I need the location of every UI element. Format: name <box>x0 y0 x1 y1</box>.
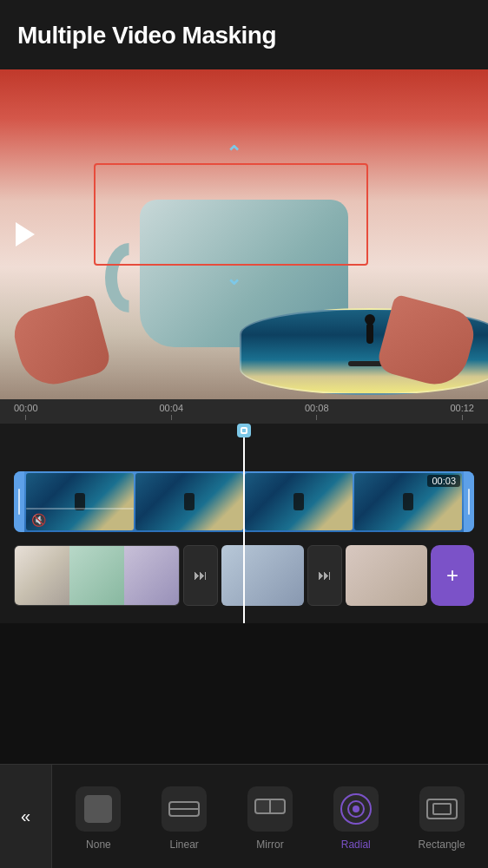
clip-handle-right[interactable] <box>464 471 474 532</box>
main-thumb-1 <box>15 546 69 605</box>
playhead-handle[interactable] <box>237 424 251 437</box>
main-clip[interactable] <box>14 545 180 606</box>
main-thumb-3 <box>124 546 179 605</box>
ruler-mark-0: 00:00 <box>14 403 38 420</box>
clip-handle-left[interactable] <box>14 471 24 532</box>
audio-icon: 🔇 <box>31 513 46 527</box>
ruler-tick <box>462 415 463 420</box>
mirror-icon-box-inner <box>254 799 286 814</box>
right-clip[interactable] <box>221 545 304 606</box>
rectangle-icon-box <box>419 786 465 832</box>
mask-option-radial[interactable]: Radial <box>326 786 386 851</box>
surfer-body <box>366 323 373 344</box>
video-preview: ⌃ ⌄ <box>0 69 488 399</box>
mask-option-rectangle[interactable]: Rectangle <box>412 786 472 851</box>
radial-icon <box>340 793 372 825</box>
timeline-area: 00:03 🔇 ⏭ ⏭ + <box>0 424 488 623</box>
rectangle-label: Rectangle <box>419 838 465 851</box>
mask-option-linear[interactable]: Linear <box>154 786 214 851</box>
add-clip-button[interactable]: + <box>431 545 474 606</box>
page-title: Multiple Video Masking <box>17 22 276 49</box>
linear-icon-inner <box>168 801 200 817</box>
linear-label: Linear <box>170 838 199 851</box>
radial-inner-ring <box>347 800 365 818</box>
linear-line <box>170 808 198 810</box>
playhead-icon <box>241 427 247 434</box>
rect-inner <box>432 803 452 815</box>
mirror-icon <box>254 799 286 819</box>
rect-outer <box>426 799 458 819</box>
mask-option-mirror[interactable]: Mirror <box>240 786 300 851</box>
clip-duration-badge: 00:03 <box>427 475 460 487</box>
mirror-half-right <box>271 800 284 812</box>
ruler-tick <box>25 415 26 420</box>
clip-thumb-3 <box>245 473 353 530</box>
radial-label: Radial <box>341 838 371 851</box>
main-thumb-2 <box>69 546 124 605</box>
arrow-up-icon[interactable]: ⌃ <box>226 142 241 165</box>
thumb-surfer-3 <box>293 493 304 510</box>
plus-icon: + <box>446 565 458 586</box>
mirror-half-left <box>256 800 269 812</box>
mirror-icon-box <box>247 786 293 832</box>
none-icon-box <box>76 786 121 832</box>
thumb-surfer-4 <box>403 493 413 510</box>
linear-icon-box <box>162 786 207 832</box>
mug-area <box>105 174 383 347</box>
arrow-down-icon[interactable]: ⌄ <box>226 267 241 290</box>
radial-icon-box <box>333 786 379 832</box>
playhead[interactable] <box>243 424 245 623</box>
bottom-toolbar: « None Linear <box>0 764 488 868</box>
right-clip-2[interactable] <box>346 545 428 606</box>
back-chevron-icon: « <box>21 806 30 826</box>
mug-body <box>140 200 348 347</box>
mask-options: None Linear <box>52 765 488 868</box>
timeline-ruler: 00:00 00:04 00:08 00:12 <box>0 399 488 424</box>
none-label: None <box>86 838 111 851</box>
linear-icon <box>168 799 200 819</box>
skip-icon-2: ⏭ <box>318 568 332 583</box>
ruler-mark-3: 00:12 <box>450 403 474 420</box>
ruler-tick <box>316 415 317 420</box>
play-button[interactable] <box>16 222 35 247</box>
ruler-marks: 00:00 00:04 00:08 00:12 <box>14 403 474 420</box>
handle-line-right <box>468 489 470 515</box>
rectangle-icon <box>426 797 458 821</box>
mask-option-none[interactable]: None <box>68 786 129 851</box>
header: Multiple Video Masking <box>0 0 488 69</box>
ruler-tick <box>171 415 172 420</box>
wave-1 <box>26 508 134 510</box>
ruler-mark-2: 00:08 <box>305 403 329 420</box>
thumb-surfer-2 <box>184 493 195 510</box>
mirror-label: Mirror <box>256 838 283 851</box>
none-icon <box>84 795 112 823</box>
skip-forward-button[interactable]: ⏭ <box>183 545 218 606</box>
skip-icon: ⏭ <box>194 568 208 583</box>
skip-forward-button-2[interactable]: ⏭ <box>307 545 342 606</box>
ruler-mark-1: 00:04 <box>159 403 183 420</box>
handle-line <box>18 489 20 515</box>
clip-thumb-2 <box>135 473 243 530</box>
back-button[interactable]: « <box>0 765 52 868</box>
